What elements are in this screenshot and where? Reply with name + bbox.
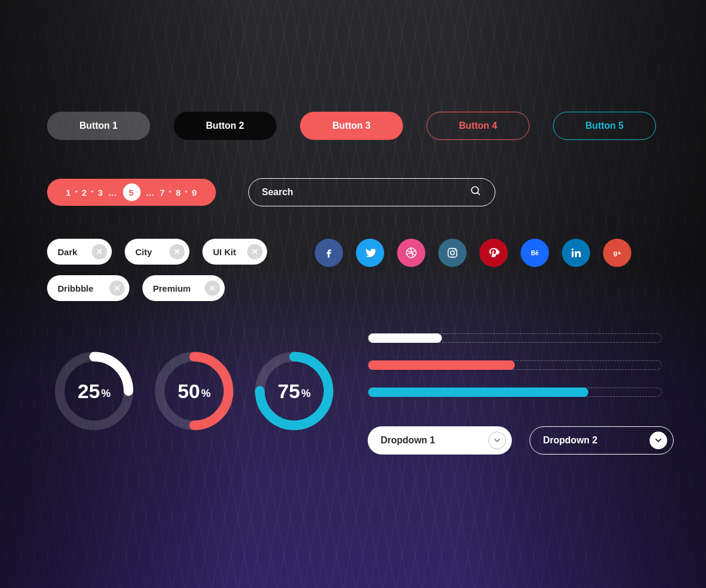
chevron-down-icon (650, 432, 667, 449)
dropdown-1[interactable]: Dropdown 1 (368, 426, 512, 455)
svg-text:Bē: Bē (531, 250, 539, 256)
tag-premium[interactable]: Premium✕ (142, 275, 225, 301)
button-5-label: Button 5 (585, 121, 624, 131)
tag-label: Premium (153, 283, 191, 293)
ring-25: 25% (53, 350, 135, 432)
pagination[interactable]: 1● 2● 3 … 5 … 7● 8● 9 (47, 179, 216, 206)
behance-icon[interactable]: Bē (521, 239, 549, 267)
tag-dark[interactable]: Dark✕ (47, 239, 112, 265)
page-active[interactable]: 5 (123, 183, 141, 201)
pinterest-icon[interactable] (479, 239, 508, 267)
twitter-icon[interactable] (356, 239, 384, 267)
search-icon[interactable] (470, 185, 482, 199)
svg-point-0 (472, 187, 479, 194)
ring-75-value: 75 (278, 380, 300, 403)
dropdown-2[interactable]: Dropdown 2 (530, 426, 674, 455)
progress-rings: 25% 50% 75% (47, 328, 335, 455)
close-icon[interactable]: ✕ (109, 280, 125, 296)
ring-50: 50% (153, 350, 235, 432)
button-row: Button 1 Button 2 Button 3 Button 4 Butt… (47, 112, 659, 140)
progress-bar-2[interactable] (368, 360, 662, 370)
svg-text:g+: g+ (613, 249, 621, 256)
button-3[interactable]: Button 3 (300, 112, 403, 140)
page-8[interactable]: 8 (174, 188, 183, 198)
search-input[interactable] (262, 187, 470, 198)
button-3-label: Button 3 (332, 121, 371, 131)
close-icon[interactable]: ✕ (169, 244, 185, 259)
social-row: Bē g+ (315, 239, 631, 301)
button-2[interactable]: Button 2 (174, 112, 277, 140)
search-box[interactable] (248, 178, 495, 206)
svg-line-1 (478, 193, 480, 195)
pagination-ellipsis-right: … (143, 188, 158, 198)
button-4[interactable]: Button 4 (427, 112, 530, 140)
svg-point-4 (451, 251, 454, 255)
close-icon[interactable]: ✕ (205, 280, 220, 296)
instagram-icon[interactable] (438, 239, 467, 267)
page-3[interactable]: 3 (96, 188, 105, 198)
tag-label: City (135, 247, 152, 257)
dropdown-1-label: Dropdown 1 (381, 435, 435, 446)
tag-dribbble[interactable]: Dribbble✕ (47, 275, 129, 301)
pagination-ellipsis-left: … (105, 188, 121, 198)
percent-sign: % (301, 387, 311, 400)
tag-uikit[interactable]: UI Kit✕ (202, 239, 267, 265)
tag-label: Dark (58, 247, 77, 257)
dribbble-icon[interactable] (397, 239, 425, 267)
svg-point-5 (454, 249, 455, 250)
button-1-label: Button 1 (79, 121, 118, 131)
ring-50-value: 50 (178, 380, 200, 403)
ring-75: 75% (253, 350, 335, 432)
tag-label: Dribbble (58, 283, 94, 293)
close-icon[interactable]: ✕ (247, 244, 262, 259)
linkedin-icon[interactable] (562, 239, 590, 267)
ring-25-value: 25 (78, 380, 100, 403)
tag-label: UI Kit (213, 247, 236, 257)
svg-point-8 (572, 248, 574, 250)
button-4-label: Button 4 (459, 121, 497, 131)
svg-rect-7 (572, 251, 574, 257)
google-plus-icon[interactable]: g+ (603, 239, 631, 267)
page-1[interactable]: 1 (64, 188, 73, 198)
progress-bar-3[interactable] (368, 387, 662, 397)
percent-sign: % (201, 387, 211, 400)
button-1[interactable]: Button 1 (47, 112, 150, 140)
facebook-icon[interactable] (315, 239, 343, 267)
button-5[interactable]: Button 5 (553, 112, 656, 140)
chevron-down-icon (488, 432, 506, 449)
tag-city[interactable]: City✕ (125, 239, 189, 265)
tag-group: Dark✕ City✕ UI Kit✕ Dribbble✕ Premium✕ (47, 239, 282, 301)
dropdown-2-label: Dropdown 2 (543, 435, 597, 446)
percent-sign: % (101, 387, 111, 400)
page-2[interactable]: 2 (80, 188, 89, 198)
page-9[interactable]: 9 (190, 188, 199, 198)
progress-bars (368, 333, 674, 397)
close-icon[interactable]: ✕ (92, 244, 107, 259)
page-7[interactable]: 7 (158, 188, 167, 198)
button-2-label: Button 2 (206, 121, 244, 131)
progress-bar-1[interactable] (368, 333, 662, 343)
